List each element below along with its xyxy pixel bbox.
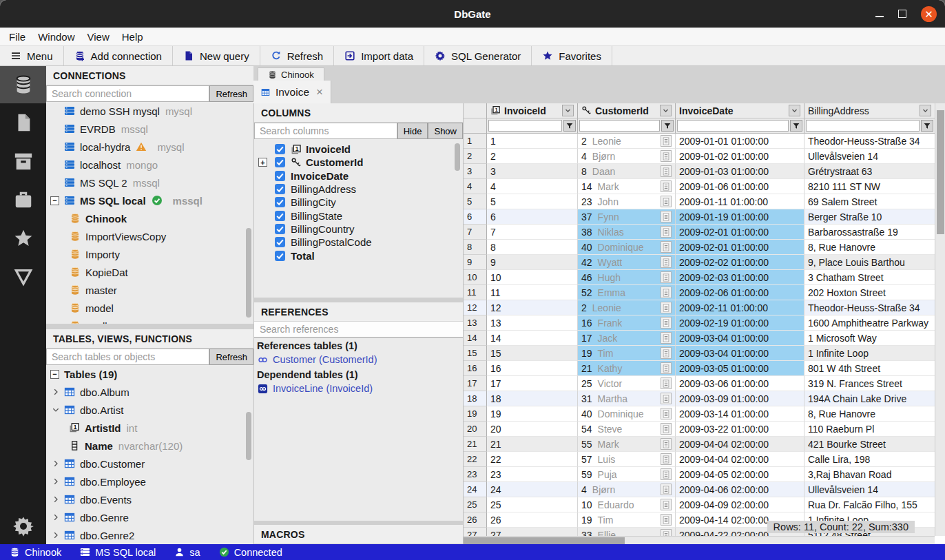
open-reference-icon[interactable] bbox=[661, 529, 672, 536]
grid-vscroll-thumb[interactable] bbox=[937, 110, 944, 234]
cell-billingaddress[interactable]: Grétrystraat 63 bbox=[804, 164, 935, 179]
column-menu-button[interactable] bbox=[562, 105, 574, 116]
open-reference-icon[interactable] bbox=[661, 393, 672, 404]
column-checkbox-row[interactable]: BillingAddress bbox=[254, 183, 463, 196]
cell-billingaddress[interactable]: 69 Salem Street bbox=[804, 194, 935, 209]
cell-invoiceid[interactable]: 6 bbox=[487, 209, 578, 225]
connection-item[interactable]: EVRDBmssql bbox=[46, 120, 253, 138]
iconbar-item-files[interactable] bbox=[0, 103, 46, 142]
cell-invoiceid[interactable]: 3 bbox=[487, 164, 578, 179]
cell-customerid[interactable]: 19Tim bbox=[578, 346, 676, 361]
row-number[interactable]: 7 bbox=[464, 225, 487, 240]
row-number[interactable]: 13 bbox=[464, 315, 487, 331]
row-number[interactable]: 12 bbox=[464, 300, 487, 315]
column-checkbox-row[interactable]: +CustomerId bbox=[254, 156, 463, 169]
cell-invoiceid[interactable]: 2 bbox=[487, 149, 578, 164]
toolbar-button-import-data[interactable]: Import data bbox=[334, 46, 424, 65]
cell-billingaddress[interactable]: Rua Dr. Falcão Filho, 155 bbox=[804, 497, 935, 512]
cell-customerid[interactable]: 54Steve bbox=[578, 422, 676, 437]
open-reference-icon[interactable] bbox=[661, 317, 672, 329]
open-reference-icon[interactable] bbox=[661, 453, 672, 465]
cell-customerid[interactable]: 40Dominique bbox=[578, 240, 676, 255]
cell-invoiceid[interactable]: 5 bbox=[487, 194, 578, 209]
row-number[interactable]: 19 bbox=[464, 406, 487, 422]
expand-icon[interactable]: + bbox=[258, 158, 267, 167]
table-tree-item[interactable]: dbo.Customer bbox=[46, 455, 253, 473]
toolbar-button-sql-generator[interactable]: SQL Generator bbox=[424, 46, 532, 65]
tab-close-icon[interactable]: × bbox=[316, 86, 323, 98]
open-reference-icon[interactable] bbox=[661, 332, 672, 344]
column-checkbox-row[interactable]: BillingPostalCode bbox=[254, 236, 463, 249]
cell-customerid[interactable]: 37Fynn bbox=[578, 209, 676, 225]
cell-billingaddress[interactable]: 319 N. Frances Street bbox=[804, 376, 935, 391]
cell-billingaddress[interactable]: 1600 Amphitheatre Parkway bbox=[804, 315, 935, 331]
column-checkbox-row[interactable]: BillingCountry bbox=[254, 222, 463, 236]
row-number[interactable]: 8 bbox=[464, 240, 487, 255]
cell-invoicedate[interactable]: 2009-04-05 02:00:00 bbox=[676, 467, 804, 482]
cell-customerid[interactable]: 10Eduardo bbox=[578, 497, 676, 512]
cell-customerid[interactable]: 17Jack bbox=[578, 331, 676, 346]
connection-item[interactable]: ImportViewsCopy bbox=[46, 227, 253, 245]
row-number[interactable]: 22 bbox=[464, 452, 487, 467]
cell-billingaddress[interactable]: Theodor-Heuss-Straße 34 bbox=[804, 134, 935, 149]
cell-customerid[interactable]: 14Mark bbox=[578, 179, 676, 194]
menu-item-window[interactable]: Window bbox=[32, 31, 81, 43]
row-number[interactable]: 6 bbox=[464, 209, 487, 225]
columns-search-input[interactable] bbox=[254, 123, 397, 139]
table-tree-item[interactable]: Namenvarchar(120) bbox=[46, 437, 253, 455]
cell-customerid[interactable]: 19Tim bbox=[578, 512, 676, 528]
cell-billingaddress[interactable]: 9, Place Louis Barthou bbox=[804, 255, 935, 270]
row-number[interactable]: 15 bbox=[464, 346, 487, 361]
cell-invoicedate[interactable]: 2009-04-06 02:00:00 bbox=[676, 482, 804, 497]
toolbar-button-add-connection[interactable]: Add connection bbox=[64, 46, 173, 65]
column-menu-button[interactable] bbox=[920, 105, 931, 116]
checkbox-checked[interactable] bbox=[275, 157, 285, 167]
row-number[interactable]: 2 bbox=[464, 149, 487, 164]
cell-customerid[interactable]: 2Leonie bbox=[578, 300, 676, 315]
connection-search-input[interactable] bbox=[46, 85, 209, 102]
checkbox-checked[interactable] bbox=[275, 144, 285, 154]
toolbar-button-new-query[interactable]: New query bbox=[173, 46, 260, 65]
filter-input[interactable] bbox=[488, 120, 562, 132]
cell-invoicedate[interactable]: 2009-03-05 01:00:00 bbox=[676, 361, 804, 376]
checkbox-checked[interactable] bbox=[275, 197, 285, 207]
open-reference-icon[interactable] bbox=[661, 423, 672, 435]
row-number[interactable]: 10 bbox=[464, 270, 487, 285]
cell-invoicedate[interactable]: 2009-04-04 02:00:00 bbox=[676, 452, 804, 467]
cell-customerid[interactable]: 4Bjørn bbox=[578, 482, 676, 497]
cell-billingaddress[interactable]: 3 Chatham Street bbox=[804, 270, 935, 285]
open-reference-icon[interactable] bbox=[661, 287, 672, 298]
column-checkbox-row[interactable]: Total bbox=[254, 249, 463, 262]
cell-billingaddress[interactable]: 8, Rue Hanovre bbox=[804, 240, 935, 255]
table-tree-item[interactable]: 1ArtistIdint bbox=[46, 419, 253, 437]
row-number[interactable]: 27 bbox=[464, 528, 487, 536]
cell-invoicedate[interactable]: 2009-03-14 01:00:00 bbox=[676, 406, 804, 422]
toolbar-button-menu[interactable]: Menu bbox=[0, 46, 64, 65]
toolbar-button-favorites[interactable]: Favorites bbox=[532, 46, 612, 65]
open-reference-icon[interactable] bbox=[661, 226, 672, 238]
cell-invoiceid[interactable]: 23 bbox=[487, 467, 578, 482]
cell-invoiceid[interactable]: 25 bbox=[487, 497, 578, 512]
open-reference-icon[interactable] bbox=[661, 150, 672, 162]
open-reference-icon[interactable] bbox=[661, 180, 672, 192]
row-number[interactable]: 16 bbox=[464, 361, 487, 376]
row-number[interactable]: 25 bbox=[464, 497, 487, 512]
cell-invoicedate[interactable]: 2009-03-22 01:00:00 bbox=[676, 422, 804, 437]
table-tree-item[interactable]: dbo.Artist bbox=[46, 401, 253, 419]
table-tree-item[interactable]: dbo.Events bbox=[46, 490, 253, 508]
cell-customerid[interactable]: 2Leonie bbox=[578, 134, 676, 149]
filter-button[interactable] bbox=[563, 120, 576, 132]
cell-invoiceid[interactable]: 20 bbox=[487, 422, 578, 437]
open-reference-icon[interactable] bbox=[661, 302, 672, 313]
tables-search-input[interactable] bbox=[46, 349, 209, 365]
cell-customerid[interactable]: 16Frank bbox=[578, 315, 676, 331]
cell-invoiceid[interactable]: 22 bbox=[487, 452, 578, 467]
cell-invoiceid[interactable]: 15 bbox=[487, 346, 578, 361]
checkbox-checked[interactable] bbox=[275, 211, 285, 221]
statusbar-item-ms-sql-local[interactable]: MS SQL local bbox=[80, 547, 156, 558]
iconbar-item-favorites[interactable] bbox=[0, 219, 46, 258]
menu-item-help[interactable]: Help bbox=[116, 31, 149, 43]
cell-invoiceid[interactable]: 27 bbox=[487, 528, 578, 536]
cell-invoiceid[interactable]: 17 bbox=[487, 376, 578, 391]
cell-invoicedate[interactable]: 2009-03-06 01:00:00 bbox=[676, 376, 804, 391]
